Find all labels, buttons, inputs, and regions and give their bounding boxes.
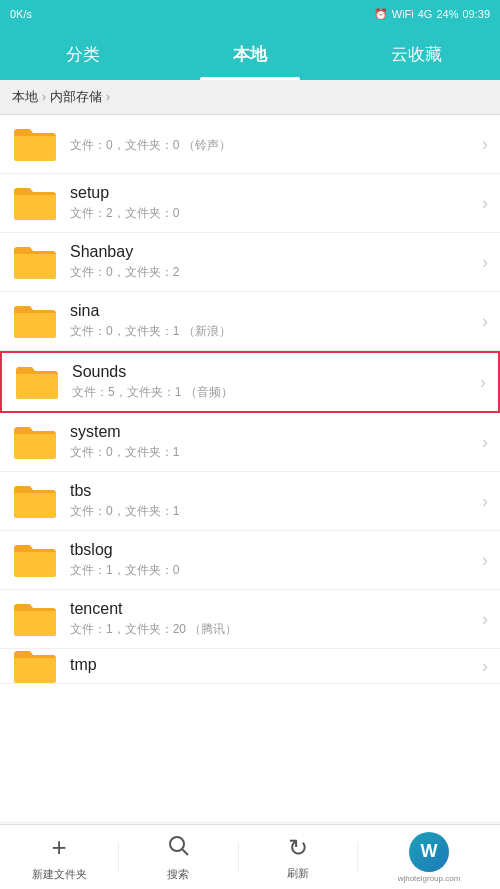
- file-meta: 文件：1，文件夹：20 （腾讯）: [70, 621, 474, 638]
- file-meta: 文件：5，文件夹：1 （音频）: [72, 384, 472, 401]
- chevron-right-icon: ›: [482, 193, 488, 214]
- svg-point-0: [170, 837, 184, 851]
- file-name: setup: [70, 184, 474, 202]
- folder-icon: [12, 125, 58, 163]
- chevron-right-icon: ›: [482, 311, 488, 332]
- list-item[interactable]: tencent 文件：1，文件夹：20 （腾讯） ›: [0, 590, 500, 649]
- file-meta: 文件：1，文件夹：0: [70, 562, 474, 579]
- folder-icon: [12, 541, 58, 579]
- chevron-right-icon: ›: [482, 252, 488, 273]
- logo-area: W wjhotelgroup.com: [358, 832, 500, 883]
- folder-icon: [12, 243, 58, 281]
- file-meta: 文件：0，文件夹：1: [70, 503, 474, 520]
- wifi-icon: WiFi: [392, 8, 414, 20]
- list-item[interactable]: sina 文件：0，文件夹：1 （新浪） ›: [0, 292, 500, 351]
- chevron-right-icon: ›: [482, 656, 488, 677]
- breadcrumb: 本地 › 内部存储 ›: [0, 80, 500, 115]
- refresh-label: 刷新: [287, 866, 309, 881]
- folder-icon: [12, 423, 58, 461]
- folder-icon: [12, 600, 58, 638]
- file-info: tbs 文件：0，文件夹：1: [70, 482, 474, 520]
- file-name: Sounds: [72, 363, 472, 381]
- search-icon: [166, 833, 190, 863]
- file-name: tmp: [70, 656, 474, 674]
- file-meta: 文件：0，文件夹：1: [70, 444, 474, 461]
- clock-icon: ⏰: [374, 8, 388, 21]
- list-item[interactable]: setup 文件：2，文件夹：0 ›: [0, 174, 500, 233]
- list-item[interactable]: system 文件：0，文件夹：1 ›: [0, 413, 500, 472]
- list-item[interactable]: 文件：0，文件夹：0 （铃声） ›: [0, 115, 500, 174]
- file-name: sina: [70, 302, 474, 320]
- folder-icon: [12, 184, 58, 222]
- file-name: tbs: [70, 482, 474, 500]
- file-info: tencent 文件：1，文件夹：20 （腾讯）: [70, 600, 474, 638]
- battery-text: 24%: [436, 8, 458, 20]
- time-display: 09:39: [462, 8, 490, 20]
- list-item[interactable]: Shanbay 文件：0，文件夹：2 ›: [0, 233, 500, 292]
- file-meta: 文件：0，文件夹：2: [70, 264, 474, 281]
- signal-icon: 4G: [418, 8, 433, 20]
- tab-yunshoucan[interactable]: 云收藏: [333, 28, 500, 80]
- search-label: 搜索: [167, 867, 189, 882]
- refresh-icon: ↻: [288, 834, 308, 862]
- list-item[interactable]: tbslog 文件：1，文件夹：0 ›: [0, 531, 500, 590]
- file-info: tmp: [70, 656, 474, 677]
- breadcrumb-sep1: ›: [42, 90, 46, 104]
- file-info: sina 文件：0，文件夹：1 （新浪）: [70, 302, 474, 340]
- chevron-right-icon: ›: [482, 491, 488, 512]
- folder-icon: [14, 363, 60, 401]
- file-meta: 文件：0，文件夹：1 （新浪）: [70, 323, 474, 340]
- bottom-toolbar: + 新建文件夹 搜索 ↻ 刷新 W wjhotelgroup.com: [0, 824, 500, 889]
- file-info: Sounds 文件：5，文件夹：1 （音频）: [72, 363, 472, 401]
- folder-icon: [12, 482, 58, 520]
- plus-icon: +: [52, 832, 67, 863]
- chevron-right-icon: ›: [482, 134, 488, 155]
- file-name: system: [70, 423, 474, 441]
- file-name: tencent: [70, 600, 474, 618]
- tab-bar: 分类 本地 云收藏: [0, 28, 500, 80]
- file-info: system 文件：0，文件夹：1: [70, 423, 474, 461]
- file-list: 文件：0，文件夹：0 （铃声） › setup 文件：2，文件夹：0 › Sha…: [0, 115, 500, 821]
- new-folder-label: 新建文件夹: [32, 867, 87, 882]
- tab-bendi[interactable]: 本地: [167, 28, 334, 80]
- chevron-right-icon: ›: [480, 372, 486, 393]
- folder-icon: [12, 649, 58, 684]
- status-speed: 0K/s: [10, 8, 32, 20]
- file-name: Shanbay: [70, 243, 474, 261]
- svg-line-1: [183, 849, 189, 855]
- status-bar: 0K/s ⏰ WiFi 4G 24% 09:39: [0, 0, 500, 28]
- new-folder-button[interactable]: + 新建文件夹: [0, 832, 118, 882]
- status-icons: ⏰ WiFi 4G 24% 09:39: [374, 8, 490, 21]
- chevron-right-icon: ›: [482, 609, 488, 630]
- file-info: setup 文件：2，文件夹：0: [70, 184, 474, 222]
- file-meta: 文件：2，文件夹：0: [70, 205, 474, 222]
- chevron-right-icon: ›: [482, 432, 488, 453]
- refresh-button[interactable]: ↻ 刷新: [239, 834, 357, 881]
- breadcrumb-local[interactable]: 本地: [12, 88, 38, 106]
- breadcrumb-sep2: ›: [106, 90, 110, 104]
- file-meta: 文件：0，文件夹：0 （铃声）: [70, 137, 474, 154]
- chevron-right-icon: ›: [482, 550, 488, 571]
- search-button[interactable]: 搜索: [119, 833, 237, 882]
- logo-circle: W: [409, 832, 449, 872]
- file-info: tbslog 文件：1，文件夹：0: [70, 541, 474, 579]
- file-info: Shanbay 文件：0，文件夹：2: [70, 243, 474, 281]
- file-info: 文件：0，文件夹：0 （铃声）: [70, 134, 474, 154]
- file-name: tbslog: [70, 541, 474, 559]
- list-item-sounds[interactable]: Sounds 文件：5，文件夹：1 （音频） ›: [0, 351, 500, 413]
- logo-subtext: wjhotelgroup.com: [398, 874, 461, 883]
- list-item[interactable]: tbs 文件：0，文件夹：1 ›: [0, 472, 500, 531]
- list-item[interactable]: tmp ›: [0, 649, 500, 684]
- breadcrumb-internal[interactable]: 内部存储: [50, 88, 102, 106]
- folder-icon: [12, 302, 58, 340]
- tab-fenlei[interactable]: 分类: [0, 28, 167, 80]
